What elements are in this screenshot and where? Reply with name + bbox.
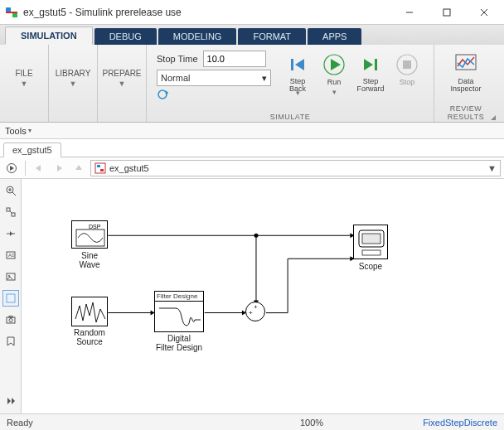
- block-label: Scope: [354, 262, 387, 271]
- nav-back-button[interactable]: [31, 160, 47, 176]
- chevron-down-icon: ▼: [119, 80, 126, 88]
- expand-section-icon[interactable]: [491, 115, 496, 120]
- library-label: LIBRARY: [56, 69, 91, 78]
- model-tab-exgstut5[interactable]: ex_gstut5: [3, 143, 61, 157]
- stop-label: Stop: [400, 78, 415, 86]
- model-icon: [94, 162, 106, 174]
- window-title: ex_gstut5 - Simulink prerelease use: [23, 7, 390, 18]
- svg-rect-64: [362, 234, 380, 244]
- svg-marker-43: [7, 337, 14, 345]
- svg-marker-9: [295, 59, 304, 70]
- chevron-down-icon: ▾: [296, 89, 300, 97]
- svg-rect-13: [375, 59, 377, 70]
- svg-marker-11: [331, 59, 341, 70]
- nav-forward-button[interactable]: [51, 160, 67, 176]
- svg-rect-24: [100, 169, 104, 172]
- expand-palette-button[interactable]: [2, 392, 19, 408]
- block-scope[interactable]: Scope: [353, 225, 388, 259]
- close-button[interactable]: [465, 0, 502, 24]
- block-sine-wave[interactable]: DSP Sine Wave: [71, 220, 108, 249]
- run-button[interactable]: Run ▾: [316, 53, 352, 100]
- fast-restart-icon[interactable]: [157, 89, 170, 100]
- zoom-in-button[interactable]: [2, 182, 19, 199]
- svg-rect-2: [12, 13, 17, 17]
- prepare-label: PREPARE: [102, 69, 141, 78]
- library-dropdown[interactable]: LIBRARY ▼: [54, 48, 92, 109]
- toggle-perspective-button[interactable]: [2, 225, 19, 242]
- area-button[interactable]: [2, 290, 19, 307]
- block-label: Random Source: [72, 329, 107, 346]
- tab-modeling[interactable]: MODELING: [158, 28, 237, 45]
- stop-button[interactable]: Stop: [389, 53, 425, 100]
- svg-marker-45: [12, 398, 15, 404]
- tab-debug[interactable]: DEBUG: [94, 28, 157, 45]
- svg-rect-23: [97, 165, 100, 167]
- main-area: A≡ DSP Sine Wave: [0, 179, 504, 413]
- file-dropdown[interactable]: FILE ▼: [5, 48, 43, 109]
- status-bar: Ready 100% FixedStepDiscrete: [0, 413, 504, 430]
- minimize-button[interactable]: [390, 0, 428, 24]
- divider: [25, 161, 26, 176]
- svg-rect-29: [7, 208, 10, 211]
- group-library: LIBRARY ▼: [49, 45, 98, 122]
- svg-marker-18: [10, 166, 14, 171]
- block-random-source[interactable]: Random Source: [71, 297, 108, 326]
- viewmarks-button[interactable]: [2, 333, 19, 350]
- hide-browser-button[interactable]: [3, 160, 20, 176]
- svg-text:+: +: [254, 303, 258, 311]
- svg-rect-22: [95, 163, 105, 173]
- group-prepare: PREPARE ▼: [98, 45, 147, 122]
- svg-line-31: [10, 211, 12, 213]
- tools-bar[interactable]: Tools ▾: [0, 123, 504, 139]
- model-canvas[interactable]: DSP Sine Wave Random Source Filter Desig…: [22, 179, 504, 413]
- step-forward-button[interactable]: Step Forward: [352, 53, 389, 100]
- tab-apps[interactable]: APPS: [308, 28, 361, 45]
- svg-text:A≡: A≡: [8, 253, 15, 258]
- svg-rect-8: [291, 59, 293, 70]
- block-label: Sine Wave: [72, 251, 107, 269]
- block-sum[interactable]: ++: [245, 302, 265, 321]
- annotation-button[interactable]: A≡: [2, 247, 19, 263]
- explorer-nav: ex_gstut5 ▼: [0, 157, 504, 179]
- chevron-down-icon: ▾: [332, 88, 337, 96]
- block-filter-design[interactable]: Filter Designe Digital Filter Design: [154, 291, 204, 332]
- svg-marker-19: [36, 165, 41, 172]
- canvas-palette: A≡: [0, 179, 22, 413]
- svg-marker-21: [75, 165, 82, 170]
- tools-label: Tools: [5, 126, 27, 136]
- maximize-button[interactable]: [428, 0, 465, 24]
- svg-marker-34: [10, 231, 12, 236]
- status-solver[interactable]: FixedStepDiscrete: [423, 418, 497, 428]
- mode-value: Normal: [161, 73, 190, 83]
- image-button[interactable]: [2, 268, 19, 285]
- ribbon-tabs: SIMULATION DEBUG MODELING FORMAT APPS: [0, 25, 504, 45]
- svg-rect-0: [6, 12, 17, 13]
- review-group-label: REVIEW RESULTS: [434, 104, 497, 121]
- chevron-down-icon: ▾: [262, 73, 267, 84]
- screenshot-button[interactable]: [2, 312, 19, 328]
- breadcrumb-text: ex_gstut5: [109, 163, 149, 173]
- tab-format[interactable]: FORMAT: [238, 28, 306, 45]
- group-review: Data Inspector REVIEW RESULTS: [434, 45, 497, 122]
- breadcrumb-bar[interactable]: ex_gstut5 ▼: [90, 160, 501, 176]
- titlebar: ex_gstut5 - Simulink prerelease use: [0, 0, 504, 25]
- svg-rect-39: [7, 294, 15, 302]
- chevron-down-icon: ▼: [70, 80, 77, 88]
- step-forward-label: Step Forward: [356, 78, 384, 94]
- simulation-mode-select[interactable]: Normal ▾: [157, 70, 271, 86]
- prepare-dropdown[interactable]: PREPARE ▼: [103, 48, 141, 109]
- block-inner-title: Filter Designe: [155, 292, 203, 302]
- data-inspector-button[interactable]: Data Inspector: [439, 48, 492, 109]
- fit-to-view-button[interactable]: [2, 204, 19, 220]
- svg-rect-15: [403, 60, 411, 69]
- nav-up-button[interactable]: [70, 160, 87, 176]
- svg-line-26: [12, 192, 16, 196]
- tab-simulation[interactable]: SIMULATION: [5, 27, 93, 45]
- svg-marker-44: [7, 398, 11, 404]
- status-zoom[interactable]: 100%: [300, 418, 323, 428]
- svg-point-7: [158, 90, 167, 99]
- svg-rect-65: [362, 250, 380, 255]
- stop-time-input[interactable]: [203, 51, 266, 67]
- svg-marker-12: [364, 59, 373, 70]
- step-back-button[interactable]: Step Back ▾: [279, 53, 316, 100]
